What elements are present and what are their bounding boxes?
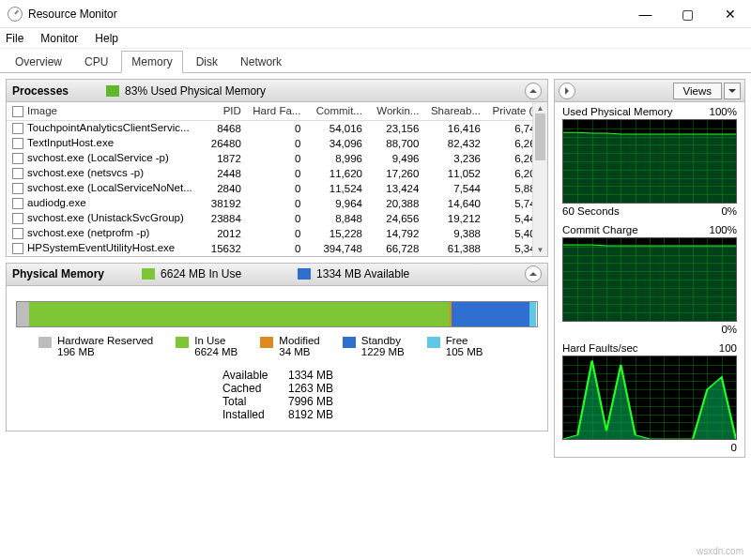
- legend-value: 105 MB: [446, 346, 483, 357]
- tab-network[interactable]: Network: [231, 52, 291, 72]
- table-row[interactable]: svchost.exe (LocalServiceNoNet... 284001…: [7, 181, 547, 196]
- table-row[interactable]: TextInputHost.exe 26480034,096 88,70082,…: [7, 136, 547, 151]
- physical-memory-panel: Physical Memory 6624 MB In Use 1334 MB A…: [6, 263, 548, 431]
- legend-item: Modified34 MB: [260, 335, 319, 357]
- legend-item: Standby1229 MB: [343, 335, 405, 357]
- graph-bottom-left: 60 Seconds: [562, 205, 620, 217]
- legend-value: 1229 MB: [361, 346, 405, 357]
- legend-label: Hardware Reserved: [57, 335, 153, 346]
- graph-title: Commit Charge: [562, 224, 638, 235]
- tab-overview[interactable]: Overview: [6, 52, 71, 72]
- processes-header[interactable]: Processes 83% Used Physical Memory: [7, 80, 547, 102]
- legend-label: Modified: [279, 335, 319, 346]
- detail-value: 8192 MB: [288, 408, 333, 421]
- membar-segment: [17, 302, 29, 326]
- table-row[interactable]: svchost.exe (netprofm -p) 2012015,228 14…: [7, 226, 547, 241]
- detail-value: 1334 MB: [288, 369, 333, 382]
- window-title: Resource Monitor: [28, 8, 117, 21]
- detail-label: Installed: [222, 408, 288, 421]
- memory-legend: Hardware Reserved196 MBIn Use6624 MBModi…: [7, 335, 547, 365]
- processes-title: Processes: [12, 84, 69, 98]
- row-checkbox[interactable]: [12, 228, 23, 239]
- graph-canvas: [562, 119, 737, 204]
- scroll-thumb[interactable]: [535, 114, 545, 160]
- close-button[interactable]: ✕: [709, 0, 751, 28]
- collapse-icon[interactable]: [525, 265, 542, 282]
- table-row[interactable]: audiodg.exe 3819209,964 20,38814,6405,74…: [7, 196, 547, 211]
- table-row[interactable]: svchost.exe (UnistackSvcGroup) 2388408,8…: [7, 211, 547, 226]
- graph-max: 100%: [710, 224, 737, 235]
- legend-label: In Use: [194, 335, 238, 346]
- row-checkbox[interactable]: [12, 183, 23, 194]
- graph-block: Hard Faults/sec100 0: [555, 339, 744, 457]
- col-commit[interactable]: Commit...: [306, 102, 368, 120]
- graph-title: Hard Faults/sec: [562, 342, 638, 354]
- maximize-button[interactable]: ▢: [667, 0, 709, 28]
- row-checkbox[interactable]: [12, 153, 23, 164]
- membar-segment: [529, 302, 536, 326]
- checkbox-all[interactable]: [12, 106, 23, 117]
- window-buttons: — ▢ ✕: [624, 0, 751, 28]
- table-row[interactable]: HPSystemEventUtilityHost.exe 156320394,7…: [7, 241, 547, 256]
- views-button[interactable]: Views: [673, 83, 722, 99]
- menu-monitor[interactable]: Monitor: [40, 32, 78, 45]
- graph-block: Commit Charge100% 0%: [555, 220, 744, 339]
- views-dropdown-icon[interactable]: [724, 83, 741, 99]
- legend-swatch: [427, 337, 440, 348]
- graph-max: 100: [719, 342, 737, 354]
- row-checkbox[interactable]: [12, 138, 23, 149]
- graph-block: Used Physical Memory100% 60 Seconds0%: [555, 102, 744, 220]
- detail-value: 1263 MB: [288, 382, 333, 395]
- table-row[interactable]: svchost.exe (LocalService -p) 187208,996…: [7, 151, 547, 166]
- legend-item: Hardware Reserved196 MB: [38, 335, 153, 357]
- tab-cpu[interactable]: CPU: [75, 52, 117, 72]
- col-hard[interactable]: Hard Fa...: [247, 102, 307, 120]
- col-pid[interactable]: PID: [199, 102, 246, 120]
- col-share[interactable]: Shareab...: [424, 102, 486, 120]
- col-image[interactable]: Image: [7, 102, 199, 120]
- minimize-button[interactable]: —: [624, 0, 667, 28]
- legend-label: Free: [446, 335, 483, 346]
- vertical-scrollbar[interactable]: ▲ ▼: [532, 102, 547, 256]
- graph-max: 100%: [710, 106, 737, 117]
- physmem-title: Physical Memory: [12, 267, 104, 280]
- scroll-down-icon[interactable]: ▼: [533, 245, 547, 256]
- membar-segment: [452, 302, 529, 326]
- row-checkbox[interactable]: [12, 213, 23, 224]
- table-row[interactable]: TouchpointAnalyticsClientServic... 84680…: [7, 120, 547, 135]
- row-checkbox[interactable]: [12, 123, 23, 134]
- tab-disk[interactable]: Disk: [187, 52, 227, 72]
- menu-help[interactable]: Help: [95, 32, 118, 45]
- legend-swatch: [343, 337, 356, 348]
- graph-title: Used Physical Memory: [562, 106, 673, 117]
- processes-panel: Processes 83% Used Physical Memory Image…: [6, 79, 548, 257]
- row-checkbox[interactable]: [12, 198, 23, 209]
- graph-bottom-right: 0: [731, 442, 737, 453]
- status-swatch: [106, 85, 119, 97]
- legend-swatch: [38, 337, 52, 348]
- app-icon: [8, 7, 23, 22]
- collapse-icon[interactable]: [525, 83, 542, 99]
- tab-memory[interactable]: Memory: [121, 51, 182, 73]
- expand-right-icon[interactable]: [559, 83, 575, 99]
- scroll-up-icon[interactable]: ▲: [533, 102, 547, 114]
- detail-value: 7996 MB: [288, 395, 333, 408]
- row-checkbox[interactable]: [12, 168, 23, 179]
- menu-file[interactable]: File: [6, 32, 23, 45]
- membar-segment: [29, 302, 450, 326]
- legend-label: Standby: [361, 335, 405, 346]
- graphs-header: Views: [555, 80, 744, 102]
- legend-swatch: [260, 337, 273, 348]
- menu-bar: File Monitor Help: [0, 28, 751, 49]
- memory-bar: [16, 301, 538, 327]
- row-checkbox[interactable]: [12, 243, 23, 254]
- table-row[interactable]: svchost.exe (netsvcs -p) 2448011,620 17,…: [7, 166, 547, 181]
- legend-item: In Use6624 MB: [176, 335, 238, 357]
- legend-swatch: [176, 337, 189, 348]
- legend-value: 6624 MB: [194, 346, 238, 357]
- legend-value: 196 MB: [57, 346, 153, 357]
- tab-strip: Overview CPU Memory Disk Network: [0, 49, 751, 73]
- physmem-header[interactable]: Physical Memory 6624 MB In Use 1334 MB A…: [7, 264, 547, 286]
- processes-table: Image PID Hard Fa... Commit... Workin...…: [7, 102, 547, 256]
- col-working[interactable]: Workin...: [368, 102, 424, 120]
